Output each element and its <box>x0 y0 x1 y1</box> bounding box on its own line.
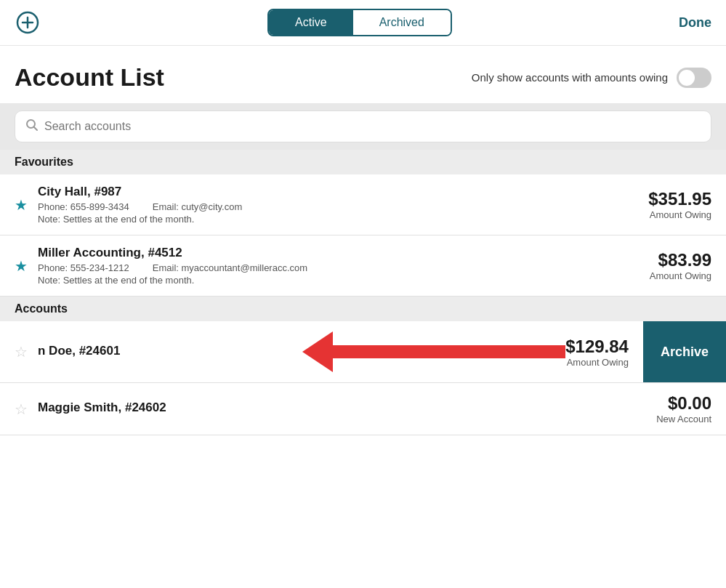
account-email: Email: cuty@city.com <box>153 201 242 212</box>
star-icon[interactable]: ☆ <box>15 400 28 418</box>
search-icon <box>25 118 39 134</box>
amount-block: $83.99 Amount Owing <box>650 250 711 281</box>
title-bar: Account List Only show accounts with amo… <box>0 46 726 103</box>
star-icon[interactable]: ☆ <box>15 343 28 361</box>
search-container <box>15 110 711 142</box>
amount-label: Amount Owing <box>648 209 711 220</box>
account-info: n Doe, #24601 <box>38 344 302 361</box>
svg-line-4 <box>34 127 38 131</box>
accounts-section-header: Accounts <box>0 297 726 321</box>
account-info: Maggie Smith, #24602 <box>38 400 656 417</box>
amount-label: New Account <box>656 414 711 424</box>
amount-value: $129.84 <box>565 337 629 357</box>
tab-active[interactable]: Active <box>269 10 353 35</box>
account-info: Miller Accounting, #4512 Phone: 555-234-… <box>38 246 650 286</box>
amount-label: Amount Owing <box>565 357 629 368</box>
done-button[interactable]: Done <box>679 15 711 31</box>
account-note: Note: Settles at the end of the month. <box>38 275 650 286</box>
amount-block: $0.00 New Account <box>656 393 711 424</box>
account-note: Note: Settles at the end of the month. <box>38 214 648 225</box>
amount-block: $351.95 Amount Owing <box>648 189 711 220</box>
amount-label: Amount Owing <box>650 270 711 281</box>
header: Active Archived Done <box>0 0 726 46</box>
arrow-shaft <box>333 345 565 358</box>
star-icon[interactable]: ★ <box>15 196 28 214</box>
arrow-container <box>302 331 565 372</box>
account-email: Email: myaccountant@milleracc.com <box>153 262 307 273</box>
amount-value: $0.00 <box>656 393 711 414</box>
account-name: City Hall, #987 <box>38 185 648 199</box>
favourites-section-header: Favourites <box>0 150 726 174</box>
list-item: ☆ n Doe, #24601 $129.84 Amount Owing Arc… <box>0 321 726 383</box>
star-icon[interactable]: ★ <box>15 257 28 275</box>
accounts-label: Accounts <box>15 302 68 315</box>
account-name: n Doe, #24601 <box>38 344 302 358</box>
account-phone: Phone: 655-899-3434 <box>38 201 129 212</box>
tab-group: Active Archived <box>267 9 452 36</box>
account-row-inner: ☆ n Doe, #24601 $129.84 Amount Owing <box>0 321 643 382</box>
list-item: ☆ Maggie Smith, #24602 $0.00 New Account <box>0 383 726 435</box>
tab-archived[interactable]: Archived <box>353 10 451 35</box>
search-input[interactable] <box>44 120 701 133</box>
account-details: Phone: 655-899-3434 Email: cuty@city.com <box>38 201 648 212</box>
account-info: City Hall, #987 Phone: 655-899-3434 Emai… <box>38 185 648 225</box>
amount-value: $83.99 <box>650 250 711 270</box>
list-item: ★ City Hall, #987 Phone: 655-899-3434 Em… <box>0 174 726 235</box>
red-arrow <box>302 331 565 372</box>
arrow-head <box>302 331 333 372</box>
page-title: Account List <box>15 63 164 92</box>
toggle-description: Only show accounts with amounts owing <box>472 71 668 84</box>
amount-value: $351.95 <box>648 189 711 209</box>
favourites-label: Favourites <box>15 156 73 168</box>
toggle-section: Only show accounts with amounts owing <box>472 68 711 88</box>
account-name: Maggie Smith, #24602 <box>38 400 656 415</box>
account-phone: Phone: 555-234-1212 <box>38 262 129 273</box>
add-button[interactable] <box>15 9 41 36</box>
search-bar <box>0 103 726 150</box>
list-item: ★ Miller Accounting, #4512 Phone: 555-23… <box>0 235 726 297</box>
account-name: Miller Accounting, #4512 <box>38 246 650 260</box>
amount-block: $129.84 Amount Owing <box>565 337 629 368</box>
account-details: Phone: 555-234-1212 Email: myaccountant@… <box>38 262 650 273</box>
amounts-owing-toggle[interactable] <box>677 68 711 88</box>
archive-button[interactable]: Archive <box>643 321 726 382</box>
